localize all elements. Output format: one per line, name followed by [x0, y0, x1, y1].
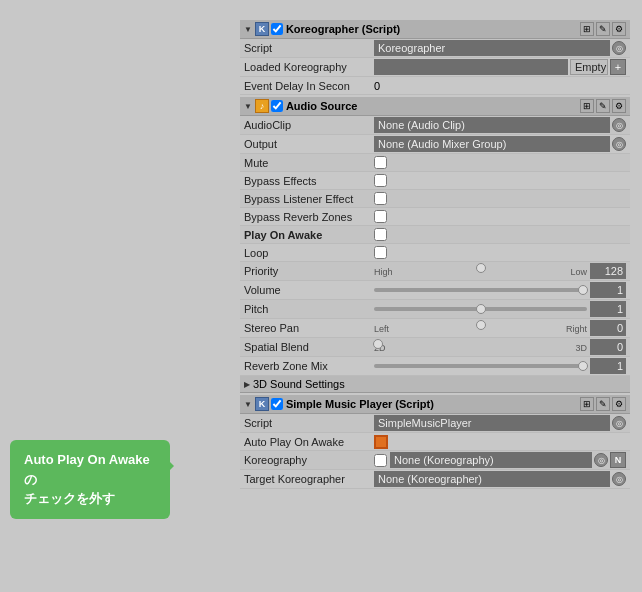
bypass-reverb-value — [374, 210, 626, 223]
auto-play-value — [374, 435, 626, 449]
tooltip-line1: Auto Play On Awakeの — [24, 450, 156, 489]
koreographer-settings-icon[interactable]: ⚙ — [612, 22, 626, 36]
loop-checkbox[interactable] — [374, 246, 387, 259]
tooltip-bubble: Auto Play On Awakeの チェックを外す — [10, 440, 170, 519]
loaded-koreography-row: Loaded Koreography Empty + — [240, 58, 630, 77]
event-delay-value: 0 — [374, 80, 380, 92]
play-on-awake-value — [374, 228, 626, 241]
audio-settings-icon[interactable]: ⚙ — [612, 99, 626, 113]
smp-fold-arrow[interactable]: ▼ — [244, 400, 252, 409]
loop-value — [374, 246, 626, 259]
bypass-effects-row: Bypass Effects — [240, 172, 630, 190]
volume-slider-track[interactable] — [374, 288, 587, 292]
output-value: None (Audio Mixer Group) ◎ — [374, 136, 626, 152]
plus-btn[interactable]: + — [610, 59, 626, 75]
spatial-number[interactable]: 0 — [590, 339, 626, 355]
pitch-slider-thumb[interactable] — [476, 304, 486, 314]
koreography-circle[interactable]: ◎ — [594, 453, 608, 467]
spatial-row: Spatial Blend 2D 3D 0 — [240, 338, 630, 357]
volume-label: Volume — [244, 284, 374, 296]
auto-play-label: Auto Play On Awake — [244, 436, 374, 448]
n-btn[interactable]: N — [610, 452, 626, 468]
target-koreographer-row: Target Koreographer None (Koreographer) … — [240, 470, 630, 489]
spatial-label: Spatial Blend — [244, 341, 374, 353]
koreography-field[interactable]: None (Koreography) — [390, 452, 592, 468]
smp-enabled-checkbox[interactable] — [271, 398, 283, 410]
mute-checkbox[interactable] — [374, 156, 387, 169]
target-koreographer-circle[interactable]: ◎ — [612, 472, 626, 486]
audioclip-circle[interactable]: ◎ — [612, 118, 626, 132]
loaded-koreography-label: Loaded Koreography — [244, 61, 374, 73]
bypass-effects-label: Bypass Effects — [244, 175, 374, 187]
spatial-slider-thumb[interactable] — [373, 339, 383, 349]
reverb-slider-track[interactable] — [374, 364, 587, 368]
reverb-slider-thumb[interactable] — [578, 361, 588, 371]
bypass-reverb-row: Bypass Reverb Zones — [240, 208, 630, 226]
audio-source-header: ▼ ♪ Audio Source ⊞ ✎ ⚙ — [240, 97, 630, 116]
audioclip-field[interactable]: None (Audio Clip) — [374, 117, 610, 133]
audio-source-fold-arrow[interactable]: ▼ — [244, 102, 252, 111]
loaded-koreography-field[interactable] — [374, 59, 568, 75]
priority-number[interactable]: 128 — [590, 263, 626, 279]
bypass-effects-checkbox[interactable] — [374, 174, 387, 187]
koreographer-header: ▼ K Koreographer (Script) ⊞ ✎ ⚙ — [240, 20, 630, 39]
koreographer-script-label: Script — [244, 42, 374, 54]
pitch-label: Pitch — [244, 303, 374, 315]
audioclip-label: AudioClip — [244, 119, 374, 131]
empty-btn[interactable]: Empty — [570, 59, 608, 75]
priority-label: Priority — [244, 265, 374, 277]
audio-icon-2[interactable]: ✎ — [596, 99, 610, 113]
koreographer-icon-2[interactable]: ✎ — [596, 22, 610, 36]
output-circle[interactable]: ◎ — [612, 137, 626, 151]
sound-settings-header: ▶ 3D Sound Settings — [240, 376, 630, 393]
stereo-label: Stereo Pan — [244, 322, 374, 334]
output-field[interactable]: None (Audio Mixer Group) — [374, 136, 610, 152]
koreographer-icon-1[interactable]: ⊞ — [580, 22, 594, 36]
koreography-label: Koreography — [244, 454, 374, 466]
pitch-slider-track[interactable] — [374, 307, 587, 311]
pitch-number[interactable]: 1 — [590, 301, 626, 317]
tooltip-line2: チェックを外す — [24, 489, 156, 509]
smp-icon-2[interactable]: ✎ — [596, 397, 610, 411]
output-row: Output None (Audio Mixer Group) ◎ — [240, 135, 630, 154]
stereo-number[interactable]: 0 — [590, 320, 626, 336]
volume-number[interactable]: 1 — [590, 282, 626, 298]
smp-script-field[interactable]: SimpleMusicPlayer — [374, 415, 610, 431]
audio-source-enabled-checkbox[interactable] — [271, 100, 283, 112]
stereo-left-label: Left — [374, 324, 389, 334]
bypass-listener-value — [374, 192, 626, 205]
smp-script-circle[interactable]: ◎ — [612, 416, 626, 430]
mute-value — [374, 156, 626, 169]
volume-slider-thumb[interactable] — [578, 285, 588, 295]
target-koreographer-value: None (Koreographer) ◎ — [374, 471, 626, 487]
target-koreographer-field[interactable]: None (Koreographer) — [374, 471, 610, 487]
auto-play-checkbox[interactable] — [374, 435, 388, 449]
sound-settings-label: 3D Sound Settings — [253, 378, 345, 390]
smp-settings-icon[interactable]: ⚙ — [612, 397, 626, 411]
play-on-awake-label: Play On Awake — [244, 229, 374, 241]
reverb-row: Reverb Zone Mix 1 — [240, 357, 630, 376]
mute-row: Mute — [240, 154, 630, 172]
reverb-number[interactable]: 1 — [590, 358, 626, 374]
sound-settings-arrow[interactable]: ▶ — [244, 380, 250, 389]
play-on-awake-row: Play On Awake — [240, 226, 630, 244]
stereo-slider-thumb[interactable] — [476, 320, 486, 330]
audio-source-icons: ⊞ ✎ ⚙ — [580, 99, 626, 113]
priority-value: High Low 128 — [374, 263, 626, 279]
bypass-listener-checkbox[interactable] — [374, 192, 387, 205]
koreographer-fold-arrow[interactable]: ▼ — [244, 25, 252, 34]
bypass-reverb-checkbox[interactable] — [374, 210, 387, 223]
koreographer-script-field[interactable]: Koreographer — [374, 40, 610, 56]
smp-script-row: Script SimpleMusicPlayer ◎ — [240, 414, 630, 433]
koreography-checkbox[interactable] — [374, 454, 387, 467]
priority-row: Priority High Low 128 — [240, 262, 630, 281]
volume-row: Volume 1 — [240, 281, 630, 300]
play-on-awake-checkbox[interactable] — [374, 228, 387, 241]
koreographer-enabled-checkbox[interactable] — [271, 23, 283, 35]
audio-icon-1[interactable]: ⊞ — [580, 99, 594, 113]
koreography-row: Koreography None (Koreography) ◎ N — [240, 451, 630, 470]
main-panel: ▼ K Koreographer (Script) ⊞ ✎ ⚙ Script K… — [240, 20, 630, 489]
priority-slider-thumb[interactable] — [476, 263, 486, 273]
koreographer-script-circle[interactable]: ◎ — [612, 41, 626, 55]
smp-icon-1[interactable]: ⊞ — [580, 397, 594, 411]
